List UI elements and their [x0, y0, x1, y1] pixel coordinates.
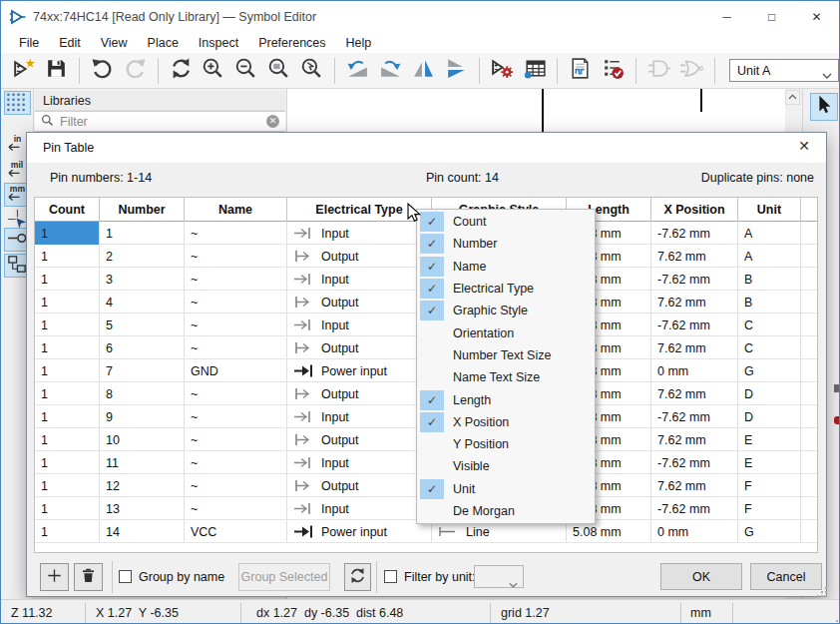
cell-x-position[interactable]: 7.62 mm	[651, 474, 738, 497]
mirror-horizontal-button[interactable]	[410, 57, 437, 85]
menu-inspect[interactable]: Inspect	[189, 34, 248, 52]
cell-number[interactable]: 11	[100, 451, 185, 474]
cell-count[interactable]: 1	[35, 245, 100, 268]
column-header-name[interactable]: Name	[185, 198, 287, 222]
menu-item-count[interactable]: ✓Count	[417, 211, 595, 233]
menu-item-name-text-size[interactable]: Name Text Size	[417, 366, 595, 388]
unit-filter-dropdown[interactable]	[474, 565, 524, 588]
cell-name[interactable]: ~	[185, 313, 287, 336]
cell-number[interactable]: 7	[100, 359, 185, 382]
menu-file[interactable]: File	[9, 34, 49, 52]
menu-item-number[interactable]: ✓Number	[417, 233, 595, 255]
cell-electrical-type[interactable]: Output	[287, 474, 432, 497]
cell-name[interactable]: ~	[185, 428, 287, 451]
cell-count[interactable]: 1	[35, 520, 100, 543]
menu-item-visible[interactable]: Visible	[417, 455, 595, 477]
cell-x-position[interactable]: 0 mm	[651, 520, 738, 543]
menu-preferences[interactable]: Preferences	[248, 34, 335, 52]
cell-unit[interactable]: G	[738, 359, 801, 382]
cell-number[interactable]: 5	[100, 313, 185, 336]
menu-place[interactable]: Place	[138, 34, 189, 52]
cell-count[interactable]: 1	[35, 359, 100, 382]
menu-item-electrical-type[interactable]: ✓Electrical Type	[417, 278, 595, 300]
zoom-out-button[interactable]	[232, 57, 259, 85]
cell-unit[interactable]: D	[738, 382, 801, 405]
select-tool-button[interactable]	[810, 93, 838, 121]
scrollbar-up-button[interactable]	[785, 90, 800, 105]
cell-x-position[interactable]: 7.62 mm	[651, 336, 738, 359]
cell-count[interactable]: 1	[35, 428, 100, 451]
column-header-number[interactable]: Number	[100, 198, 185, 222]
menu-help[interactable]: Help	[336, 34, 382, 52]
cell-count[interactable]: 1	[35, 474, 100, 497]
cell-name[interactable]: ~	[185, 405, 287, 428]
cell-x-position[interactable]: -7.62 mm	[651, 222, 738, 245]
cell-number[interactable]: 10	[100, 428, 185, 451]
cell-x-position[interactable]: 7.62 mm	[651, 291, 738, 313]
menu-item-y-position[interactable]: Y Position	[417, 433, 595, 455]
close-button[interactable]: ✕	[794, 1, 839, 33]
cell-name[interactable]: ~	[185, 474, 287, 497]
cell-count[interactable]: 1	[35, 313, 100, 336]
menu-item-name[interactable]: ✓Name	[417, 256, 595, 278]
cell-x-position[interactable]: -7.62 mm	[651, 268, 738, 291]
cell-x-position[interactable]: -7.62 mm	[651, 451, 738, 474]
cell-count[interactable]: 1	[35, 291, 100, 313]
cell-unit[interactable]: F	[738, 497, 801, 520]
cell-unit[interactable]: A	[738, 222, 801, 245]
rotate-right-button[interactable]	[377, 57, 404, 85]
cell-x-position[interactable]: 0 mm	[651, 359, 738, 382]
cell-unit[interactable]: C	[738, 336, 801, 359]
cell-x-position[interactable]: -7.62 mm	[651, 313, 738, 336]
symbol-properties-button[interactable]	[489, 57, 516, 85]
cell-number[interactable]: 13	[100, 497, 185, 520]
menu-edit[interactable]: Edit	[49, 34, 91, 52]
new-symbol-button[interactable]	[10, 57, 37, 85]
cell-electrical-type[interactable]: Input	[287, 405, 432, 428]
menu-item-unit[interactable]: ✓Unit	[417, 478, 595, 500]
datasheet-button[interactable]	[567, 57, 594, 85]
cell-count[interactable]: 1	[35, 497, 100, 520]
cell-electrical-type[interactable]: Output	[287, 382, 432, 405]
cell-unit[interactable]: A	[738, 245, 801, 268]
cell-electrical-type[interactable]: Output	[287, 428, 432, 451]
cell-name[interactable]: ~	[185, 451, 287, 474]
save-button[interactable]	[43, 57, 70, 85]
menu-item-orientation[interactable]: Orientation	[417, 321, 595, 343]
cell-name[interactable]: ~	[185, 497, 287, 520]
filter-by-unit-checkbox[interactable]	[384, 570, 397, 583]
menu-item-graphic-style[interactable]: ✓Graphic Style	[417, 300, 595, 321]
add-pin-button[interactable]	[40, 563, 69, 591]
cell-electrical-type[interactable]: Output	[287, 291, 432, 313]
menu-item-number-text-size[interactable]: Number Text Size	[417, 344, 595, 366]
cell-count[interactable]: 1	[35, 222, 100, 245]
erc-check-button[interactable]	[600, 57, 627, 85]
library-filter-box[interactable]: Filter ✕	[35, 111, 285, 132]
zoom-to-selection-button[interactable]	[298, 57, 325, 85]
cell-electrical-type[interactable]: Output	[287, 245, 432, 268]
dialog-close-button[interactable]: ✕	[792, 138, 816, 158]
dialog-resize-grip[interactable]	[821, 591, 823, 593]
cell-number[interactable]: 14	[100, 520, 185, 543]
cancel-button[interactable]: Cancel	[750, 563, 822, 590]
menu-item-de-morgan[interactable]: De Morgan	[417, 500, 595, 522]
zoom-in-button[interactable]	[200, 57, 226, 85]
cell-electrical-type[interactable]: Power input	[287, 359, 432, 382]
cell-count[interactable]: 1	[35, 405, 100, 428]
cell-count[interactable]: 1	[35, 382, 100, 405]
cell-name[interactable]: ~	[185, 291, 287, 313]
mirror-vertical-button[interactable]	[443, 57, 470, 85]
cell-count[interactable]: 1	[35, 336, 100, 359]
cell-electrical-type[interactable]: Input	[287, 268, 432, 291]
menu-view[interactable]: View	[91, 34, 138, 52]
cell-electrical-type[interactable]: Input	[287, 497, 432, 520]
cell-name[interactable]: ~	[185, 222, 287, 245]
cell-unit[interactable]: E	[738, 428, 801, 451]
cell-unit[interactable]: B	[738, 268, 801, 291]
column-header-count[interactable]: Count	[35, 198, 100, 222]
cell-number[interactable]: 9	[100, 405, 185, 428]
menu-item-length[interactable]: ✓Length	[417, 388, 595, 410]
refresh-grouping-button[interactable]	[344, 563, 371, 591]
cell-x-position[interactable]: -7.62 mm	[651, 405, 738, 428]
cell-x-position[interactable]: 7.62 mm	[651, 245, 738, 268]
